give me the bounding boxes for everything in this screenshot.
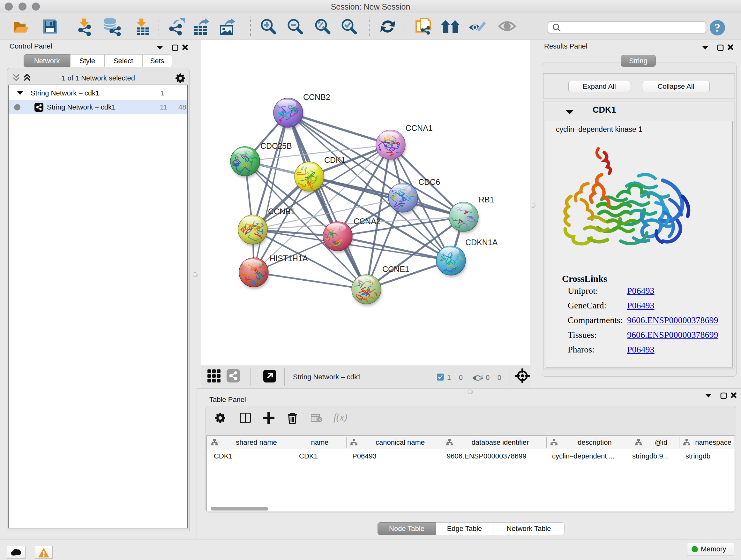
svg-text:CDC6: CDC6 [418,178,440,186]
svg-text:?: ? [715,21,720,34]
svg-text:CDC25B: CDC25B [260,141,292,150]
svg-text:CCNA1: CCNA1 [406,124,433,132]
svg-text:HIST1H1A: HIST1H1A [270,254,308,263]
svg-text:CCNB2: CCNB2 [303,92,330,102]
svg-text:CCNA2: CCNA2 [354,217,381,226]
svg-text:CDK1: CDK1 [324,155,346,165]
svg-text:RB1: RB1 [479,195,494,204]
svg-text:CCNE1: CCNE1 [382,265,409,273]
svg-text:CCNB1: CCNB1 [268,207,295,216]
svg-text:CDKN1A: CDKN1A [465,238,498,247]
